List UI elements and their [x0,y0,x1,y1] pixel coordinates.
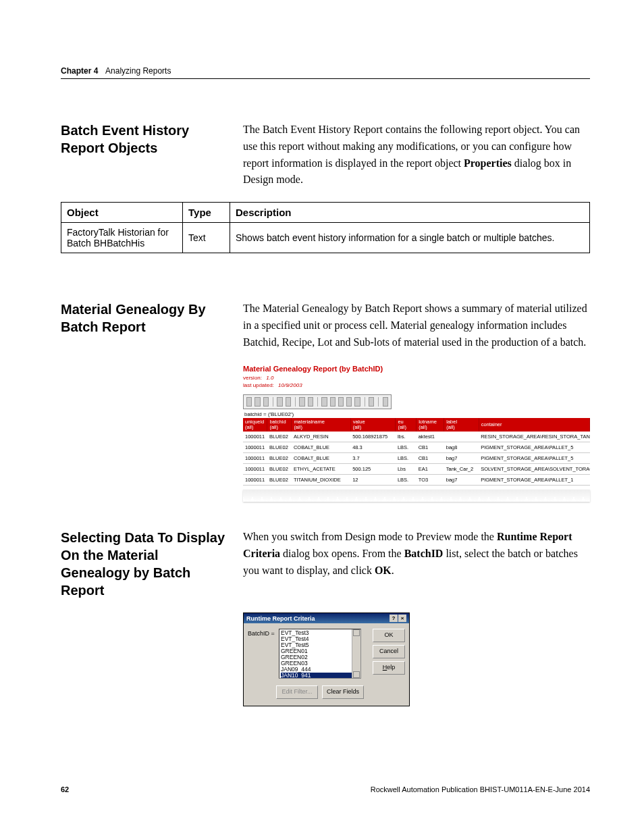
cell-value: 3.7 [350,453,396,464]
section3-heading: Selecting Data To Display On the Materia… [61,529,243,599]
col-value[interactable]: value(all) [350,418,396,432]
report-title: Material Genealogy Report (by BatchID) [243,365,590,373]
dialog-titlebar[interactable]: Runtime Report Criteria ? × [244,613,409,623]
cell-label: bag7 [444,453,479,464]
cell-uniqueid: 1000011 [243,432,267,442]
th-object: Object [61,203,183,223]
table-row: 1000011BLUE02COBALT_BLUE48.3LBS.CB1bag8P… [243,442,590,453]
cancel-button[interactable]: Cancel [373,645,405,658]
cell-value: 500.168921875 [350,432,396,442]
help-icon[interactable]: ? [390,615,398,622]
toolbar-icon[interactable] [254,397,260,407]
cell-batchid: BLUE02 [267,442,292,453]
cell-uniqueid: 1000011 [243,464,267,475]
page-footer: 62 Rockwell Automation Publication BHIST… [61,785,590,793]
cell-materialname: ALKYD_RESIN [292,432,350,442]
section3-body: When you switch from Design mode to Prev… [243,529,590,579]
section2-body: The Material Genealogy by Batch Report s… [243,301,590,350]
cell-eu: LBS. [396,442,417,453]
meta-version: 1.0 [266,374,273,382]
table-row: 1000011BLUE02ALKYD_RESIN500.168921875lbs… [243,432,590,442]
batchid-label: BatchID = [248,629,275,637]
cell-batchid: BLUE02 [267,453,292,464]
col-eu[interactable]: eu(all) [396,418,417,432]
cell-eu: LBS. [396,453,417,464]
cell-lotname: CB1 [417,453,444,464]
col-container[interactable]: container [479,418,589,432]
cell-description: Shows batch event history information fo… [230,223,590,253]
page-number: 62 [61,785,69,793]
toolbar-icon[interactable] [330,397,336,407]
toolbar-icon[interactable] [338,397,344,407]
toolbar-icon[interactable] [354,397,360,407]
dialog-title: Runtime Report Criteria [246,615,315,622]
object-table: Object Type Description FactoryTalk Hist… [61,202,590,253]
table-row: 1000011BLUE02ETHYL_ACETATE500.125LbsEA1T… [243,464,590,475]
table-row: FactoryTalk Historian for Batch BHBatchH… [61,223,590,253]
toolbar-icon[interactable] [369,397,374,407]
col-uniqueid[interactable]: uniqueid(all) [243,418,267,432]
edit-filter-button[interactable]: Edit Filter... [276,685,318,699]
section1-bold: Properties [464,157,512,169]
cell-uniqueid: 1000011 [243,442,267,453]
col-materialname[interactable]: materialname(all) [292,418,350,432]
cell-container: PIGMENT_STORAGE_AREA\PALLET_5 [479,442,589,453]
report-screenshot: Material Genealogy Report (by BatchID) v… [243,365,590,502]
help-rest: elp [387,664,395,671]
close-icon[interactable]: × [398,615,406,622]
toolbar-icon[interactable] [308,397,313,407]
table-row: 1000011BLUE02COBALT_BLUE3.7LBS.CB1bag7PI… [243,453,590,464]
toolbar-icon[interactable] [346,397,352,407]
toolbar-icon[interactable] [286,397,291,407]
cell-container: PIGMENT_STORAGE_AREA\PALLET_1 [479,475,589,486]
cell-materialname: COBALT_BLUE [292,442,350,453]
ok-button[interactable]: OK [373,629,405,642]
cell-uniqueid: 1000011 [243,453,267,464]
runtime-criteria-dialog: Runtime Report Criteria ? × BatchID = EV… [243,613,410,706]
clear-fields-button[interactable]: Clear Fields [322,685,364,699]
toolbar-icon[interactable] [299,397,304,407]
batchid-listbox[interactable]: EVT_Test3EVT_Test4EVT_Test5GREEN01GREEN0… [279,629,361,679]
cell-batchid: BLUE02 [267,432,292,442]
cell-type: Text [183,223,230,253]
col-label[interactable]: label(all) [444,418,479,432]
cell-eu: LBS. [396,475,417,486]
cell-object: FactoryTalk Historian for Batch BHBatchH… [61,223,183,253]
cell-materialname: TITANIUM_DIOXIDE [292,475,350,486]
cell-materialname: COBALT_BLUE [292,453,350,464]
cell-uniqueid: 1000011 [243,475,267,486]
meta-version-label: version: [243,375,262,381]
cell-materialname: ETHYL_ACETATE [292,464,350,475]
help-button[interactable]: Help [373,661,405,675]
cell-eu: Lbs [396,464,417,475]
list-item[interactable]: JAN10_941 [281,673,359,679]
scrollbar[interactable] [352,629,360,678]
col-batchid[interactable]: batchid(all) [267,418,292,432]
cell-label: bag8 [444,442,479,453]
cell-value: 48.3 [350,442,396,453]
toolbar-icon[interactable] [277,397,282,407]
toolbar-icon[interactable] [321,397,327,407]
cell-container: RESIN_STORAGE_AREA\RESIN_STORA_TANK_1 [479,432,589,442]
col-lotname[interactable]: lotname(all) [417,418,444,432]
cell-label [444,432,479,442]
toolbar-icon[interactable] [263,397,269,407]
cell-label: Tank_Car_2 [444,464,479,475]
torn-edge [243,490,590,502]
th-type: Type [183,203,230,223]
cell-value: 12 [350,475,396,486]
table-row: 1000011BLUE02TITANIUM_DIOXIDE12LBS.TO3ba… [243,475,590,486]
cell-container: PIGMENT_STORAGE_AREA\PALLET_5 [479,453,589,464]
running-header: Chapter 4 Analyzing Reports [61,66,590,79]
chapter-label: Chapter 4 [61,66,98,76]
data-grid: uniqueid(all) batchid(all) materialname(… [243,418,590,486]
cell-lotname: CB1 [417,442,444,453]
report-toolbar[interactable] [243,394,392,409]
toolbar-icon[interactable] [383,397,388,407]
filter-text: batchid = ('BLUE02') [243,411,590,418]
toolbar-icon[interactable] [246,397,252,407]
th-description: Description [230,203,590,223]
cell-lotname: EA1 [417,464,444,475]
cell-eu: lbs. [396,432,417,442]
section1-heading: Batch Event History Report Objects [61,122,243,157]
